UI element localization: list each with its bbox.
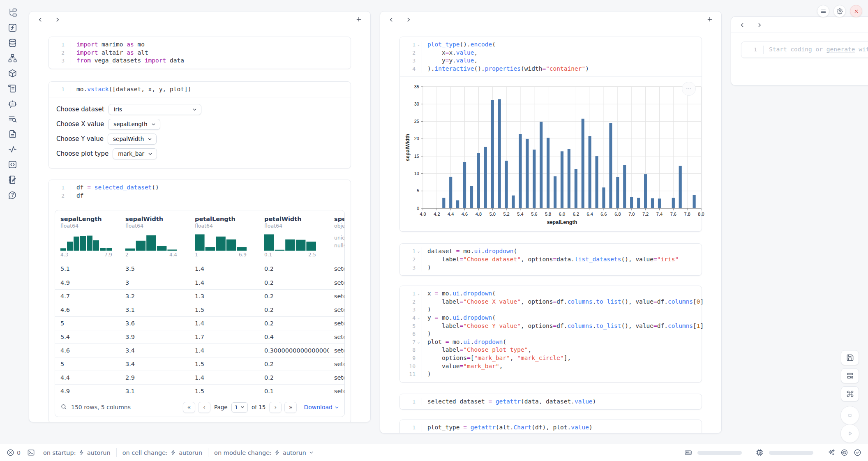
chevron-right-icon[interactable] <box>757 22 762 28</box>
terminal-button[interactable] <box>27 449 35 456</box>
code-cell-xyplot-dropdowns[interactable]: 1⌄x = mo.ui.dropdown(2 label="Choose X v… <box>399 286 702 383</box>
database-icon[interactable] <box>7 38 17 48</box>
code-line[interactable]: 2import altair as alt <box>52 49 346 57</box>
code-line[interactable]: 4).interactive().properties(width="conta… <box>403 65 697 73</box>
shutdown-button[interactable] <box>850 5 862 17</box>
chevron-left-icon[interactable] <box>739 22 745 28</box>
copilot-button[interactable] <box>840 449 848 456</box>
fold-chevron-icon[interactable]: ⌄ <box>416 290 422 298</box>
on-module-change-chip[interactable]: on module change: autorun <box>214 449 314 456</box>
fold-chevron-icon[interactable]: ⌄ <box>416 247 422 256</box>
page-select[interactable]: 1 <box>231 402 248 413</box>
code-line[interactable]: 7⌄plot = mo.ui.dropdown( <box>403 338 697 346</box>
dropdown-label: Choose X value <box>56 120 104 128</box>
run-all-button[interactable] <box>840 424 859 443</box>
chevron-right-icon[interactable] <box>406 16 411 22</box>
svg-text:7.6: 7.6 <box>670 212 676 217</box>
code-line[interactable]: 1⌄plot_type().encode( <box>403 41 697 49</box>
code-line[interactable]: 2df <box>52 192 346 200</box>
code-line[interactable]: 3) <box>403 306 697 314</box>
stop-button[interactable] <box>840 406 859 425</box>
table-column-header[interactable]: petalLengthfloat6416.9 <box>189 210 259 258</box>
fold-chevron-icon[interactable]: ⌄ <box>416 338 422 346</box>
fold-chevron-icon <box>416 49 422 57</box>
connection-status-button[interactable] <box>854 449 861 456</box>
code-line[interactable]: 6) <box>403 330 697 338</box>
chevron-left-icon[interactable] <box>37 16 43 22</box>
code-line[interactable]: 2 label="Choose dataset", options=data.l… <box>403 256 697 264</box>
scratchpad-icon[interactable] <box>7 175 17 184</box>
code-line[interactable]: 1selected_dataset = getattr(data, datase… <box>403 398 697 406</box>
generate-link[interactable]: generate <box>826 46 855 53</box>
code-cell-df[interactable]: 1df = selected_dataset()2df sepalLengthf… <box>48 180 351 422</box>
code-cell-selected-dataset[interactable]: 1selected_dataset = getattr(data, datase… <box>399 394 702 410</box>
chat-bot-icon[interactable] <box>7 99 17 108</box>
help-chat-icon[interactable] <box>7 190 17 200</box>
fold-chevron-icon[interactable]: ⌄ <box>416 41 422 49</box>
code-cell-plot[interactable]: 1⌄plot_type().encode(2 x=x.value,3 y=y.v… <box>399 37 702 232</box>
code-cell-imports[interactable]: 1import marimo as mo2import altair as al… <box>48 37 351 69</box>
on-cell-change-chip[interactable]: on cell change: autorun <box>122 449 202 456</box>
bar-chart[interactable]: 4.04.24.44.64.85.05.25.45.65.86.06.26.46… <box>404 83 702 229</box>
last-page-button[interactable]: » <box>284 402 297 413</box>
dependency-graph-icon[interactable] <box>7 53 17 63</box>
code-line[interactable]: 11) <box>403 370 697 378</box>
table-column-header[interactable]: petalWidthfloat640.12.5 <box>259 210 329 258</box>
code-cell-vstack[interactable]: 1mo.vstack([dataset, x, y, plot]) Choose… <box>48 81 351 169</box>
code-line[interactable]: 2 x=x.value, <box>403 49 697 57</box>
code-line[interactable]: 10 value="mark_bar", <box>403 362 697 371</box>
table-column-header[interactable]: sepalLengthfloat644.37.9 <box>55 210 120 258</box>
keyboard-shortcuts-button[interactable] <box>841 386 859 401</box>
function-square-icon[interactable] <box>7 23 17 32</box>
save-button[interactable] <box>841 350 859 365</box>
check-circle-icon <box>854 449 861 456</box>
code-snippet-icon[interactable] <box>7 159 17 169</box>
code-line[interactable]: 1plot_type = getattr(alt.Chart(df), plot… <box>403 424 697 432</box>
file-tree-icon[interactable] <box>7 7 17 17</box>
code-line[interactable]: 2 label="Choose X value", options=df.col… <box>403 298 697 306</box>
code-line[interactable]: 8 label="Choose plot type", <box>403 346 697 354</box>
chevron-left-icon[interactable] <box>388 16 394 22</box>
errors-button[interactable] <box>7 449 14 456</box>
code-cell-plot-type[interactable]: 1plot_type = getattr(alt.Chart(df), plot… <box>399 420 702 433</box>
code-line[interactable]: 1df = selected_dataset() <box>52 184 346 192</box>
prev-page-button[interactable]: ‹ <box>198 402 210 413</box>
layout-toggle-button[interactable] <box>841 368 859 383</box>
table-column-header[interactable]: sepalWidthfloat6424.4 <box>120 210 189 258</box>
add-cell-icon[interactable] <box>706 16 713 23</box>
on-startup-chip[interactable]: on startup: autorun <box>43 449 111 456</box>
ai-sparkles-button[interactable] <box>827 449 835 456</box>
code-line[interactable]: 1mo.vstack([dataset, x, y, plot]) <box>52 85 346 94</box>
dropdown-select[interactable]: sepalWidth <box>108 134 157 145</box>
code-line[interactable]: 3 y=y.value, <box>403 57 697 65</box>
scroll-icon[interactable] <box>7 83 17 93</box>
menu-button[interactable] <box>817 5 829 17</box>
package-icon[interactable] <box>7 68 17 78</box>
code-line[interactable]: 9 options=["mark_bar", "mark_circle"], <box>403 354 697 362</box>
download-button[interactable]: Download <box>304 404 339 410</box>
dropdown-select[interactable]: mark_bar <box>113 148 157 159</box>
code-line[interactable]: 3from vega_datasets import data <box>52 57 346 65</box>
search-list-icon[interactable] <box>7 114 17 124</box>
first-page-button[interactable]: « <box>183 402 195 413</box>
code-line[interactable]: 3) <box>403 264 697 272</box>
settings-button[interactable] <box>833 5 846 17</box>
chevron-right-icon[interactable] <box>55 16 60 22</box>
document-icon[interactable] <box>7 129 17 139</box>
editor-placeholder[interactable]: Start coding or generate with AI <box>769 46 868 54</box>
code-line[interactable]: 1import marimo as mo <box>52 41 346 49</box>
dropdown-select[interactable]: iris <box>108 104 201 115</box>
code-line[interactable]: 4⌄y = mo.ui.dropdown( <box>403 314 697 322</box>
fold-chevron-icon[interactable]: ⌄ <box>416 314 422 322</box>
activity-icon[interactable] <box>7 144 17 154</box>
dropdown-select[interactable]: sepalLength <box>108 119 160 130</box>
code-line[interactable]: 1⌄x = mo.ui.dropdown( <box>403 290 697 298</box>
add-cell-icon[interactable] <box>356 16 362 23</box>
table-column-header[interactable]: speciesobjectuniquenulls: <box>329 210 344 258</box>
code-cell-dataset-dropdown[interactable]: 1⌄dataset = mo.ui.dropdown(2 label="Choo… <box>399 243 702 276</box>
next-page-button[interactable]: › <box>269 402 282 413</box>
empty-code-cell[interactable]: 1 Start coding or generate with AI <box>741 41 868 58</box>
search-icon[interactable] <box>60 403 67 411</box>
code-line[interactable]: 5 label="Choose Y value", options=df.col… <box>403 322 697 330</box>
code-line[interactable]: 1⌄dataset = mo.ui.dropdown( <box>403 247 697 256</box>
